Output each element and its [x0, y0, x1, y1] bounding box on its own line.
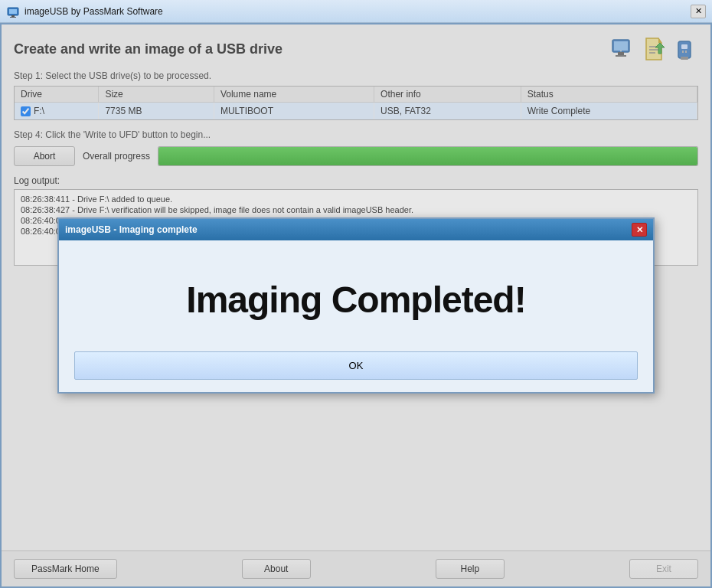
- dialog-ok-button[interactable]: OK: [74, 351, 638, 380]
- title-bar-left: imageUSB by PassMark Software: [6, 5, 163, 18]
- dialog-message: Imaging Completed!: [74, 256, 638, 351]
- dialog-overlay: imageUSB - Imaging complete ✕ Imaging Co…: [2, 24, 710, 586]
- dialog-box: imageUSB - Imaging complete ✕ Imaging Co…: [57, 217, 655, 394]
- svg-rect-1: [9, 9, 17, 14]
- main-window: Create and write an image of a USB drive: [0, 23, 712, 588]
- title-bar: imageUSB by PassMark Software ✕: [0, 0, 712, 23]
- app-icon: [6, 5, 20, 18]
- dialog-titlebar: imageUSB - Imaging complete ✕: [59, 219, 653, 240]
- dialog-title: imageUSB - Imaging complete: [65, 224, 198, 235]
- dialog-body: Imaging Completed! OK: [59, 240, 653, 392]
- app-title: imageUSB by PassMark Software: [24, 6, 163, 17]
- svg-rect-3: [10, 17, 16, 18]
- dialog-close-button[interactable]: ✕: [632, 223, 647, 237]
- svg-rect-2: [11, 15, 15, 17]
- window-close-button[interactable]: ✕: [691, 5, 706, 18]
